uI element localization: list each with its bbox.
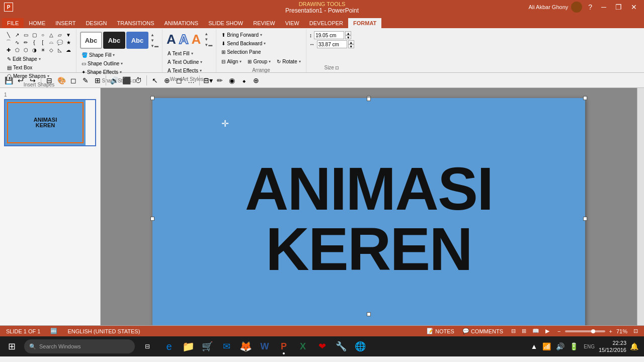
right-scrollbar[interactable]: [637, 88, 644, 325]
text-effects-button[interactable]: A Text Effects ▾: [166, 67, 213, 74]
width-spin-down[interactable]: ▼: [348, 44, 354, 48]
tab-slideshow[interactable]: SLIDE SHOW: [203, 18, 248, 28]
shape-fill-button[interactable]: 🪣 Shape Fill ▾: [79, 51, 159, 59]
shape-button[interactable]: ◻: [68, 75, 79, 86]
group-button[interactable]: ⊞ Group ▾: [246, 58, 273, 65]
language-status[interactable]: ENGLISH (UNITED STATES): [65, 328, 142, 334]
height-spin-down[interactable]: ▼: [345, 35, 351, 39]
wordart-scroll-down[interactable]: ▼: [204, 37, 213, 42]
taskbar-search[interactable]: 🔍 Search Windows: [24, 339, 135, 353]
edit-shape-button[interactable]: ✎ Edit Shape ▾: [5, 55, 73, 63]
shape-cross[interactable]: ✚: [5, 46, 12, 53]
tab-home[interactable]: HOME: [24, 18, 50, 28]
shape-cloud[interactable]: ☁: [65, 46, 72, 53]
height-spin-up[interactable]: ▲: [345, 31, 351, 35]
shape-star[interactable]: ★: [65, 39, 72, 46]
quick-styles-button[interactable]: 🎨: [56, 75, 67, 86]
selection-button[interactable]: ◻: [174, 75, 185, 86]
tab-review[interactable]: REVIEW: [248, 18, 280, 28]
zoom-button[interactable]: ⊕: [162, 75, 173, 86]
shape-circle[interactable]: ○: [39, 31, 46, 38]
shape-line[interactable]: ╲: [5, 31, 12, 38]
text-outline-button[interactable]: A Text Outline ▾: [166, 58, 213, 66]
shape-freeform[interactable]: ✏: [22, 39, 29, 46]
tab-developer[interactable]: DEVELOPER: [304, 18, 348, 28]
connector-button[interactable]: ⬥: [238, 75, 250, 86]
help-button[interactable]: ?: [585, 2, 595, 12]
save-button[interactable]: 💾: [3, 75, 14, 86]
zoom-slider[interactable]: [565, 330, 605, 332]
taskbar-store[interactable]: 🛒: [198, 337, 216, 355]
slide-canvas[interactable]: ANIMASI KEREN: [152, 98, 585, 325]
height-input[interactable]: [314, 31, 344, 39]
style-scroll-down[interactable]: ▼: [150, 38, 159, 43]
shape-bezier[interactable]: ∿: [14, 39, 21, 46]
align-button[interactable]: ⊟ Align ▾: [219, 58, 244, 65]
wordart-a-outline[interactable]: A: [178, 32, 190, 47]
screen-button[interactable]: ⬛: [121, 75, 132, 86]
taskbar-app9[interactable]: ❤: [313, 337, 331, 355]
shape-pentagon[interactable]: ⬠: [14, 46, 21, 53]
taskbar-app10[interactable]: 🔧: [332, 337, 350, 355]
width-input[interactable]: [317, 40, 347, 48]
task-view-button[interactable]: ⊟: [138, 337, 157, 356]
spell-check-icon[interactable]: 🔤: [48, 328, 59, 334]
zoom-in-button[interactable]: +: [607, 328, 614, 334]
wordart-a-plain[interactable]: A: [166, 32, 177, 47]
tab-file[interactable]: FILE: [2, 18, 24, 28]
notes-button[interactable]: 📝 NOTES: [425, 328, 456, 334]
draw-button[interactable]: ✏: [214, 75, 225, 86]
format-button[interactable]: ✎: [80, 75, 91, 86]
taskbar-explorer[interactable]: 📁: [179, 337, 197, 355]
slide-sorter-button[interactable]: ⊞: [520, 328, 528, 334]
undo-button[interactable]: ↩: [15, 75, 26, 86]
shape-tri[interactable]: △: [48, 31, 55, 38]
wordart-a-colored[interactable]: A: [190, 32, 202, 47]
text-box-button[interactable]: ▤ Text Box: [5, 64, 73, 71]
selection-pane-button[interactable]: ⊞ Selection Pane: [219, 48, 303, 56]
handle-bottom-center[interactable]: [367, 312, 371, 316]
slide-thumbnail[interactable]: ANIMASI KEREN: [4, 99, 96, 146]
timer-button[interactable]: ⏱: [133, 75, 144, 86]
taskbar-edge[interactable]: e: [160, 337, 178, 355]
slide-main-text[interactable]: ANIMASI KEREN: [152, 158, 585, 279]
size-expand[interactable]: ⊡: [335, 65, 339, 70]
handle-top-left[interactable]: [150, 96, 154, 100]
tab-view[interactable]: VIEW: [280, 18, 304, 28]
shape-brace[interactable]: {: [31, 39, 38, 46]
shape-outline-button[interactable]: ▭ Shape Outline ▾: [79, 60, 159, 67]
slideshow-view-button[interactable]: ▶: [543, 328, 551, 334]
tab-animations[interactable]: ANIMATIONS: [159, 18, 204, 28]
more2-button[interactable]: ⊕: [251, 75, 262, 86]
style-swatch-1[interactable]: Abc: [80, 32, 102, 49]
style-expand[interactable]: ▼▬: [150, 43, 159, 49]
shape-sun[interactable]: ☀: [39, 46, 46, 53]
style-swatch-3[interactable]: Abc: [126, 32, 148, 49]
text-fill-button[interactable]: A Text Fill ▾: [166, 50, 213, 57]
sys-network-icon[interactable]: 📶: [541, 342, 552, 350]
wordart-expand[interactable]: ▼▬: [204, 42, 213, 48]
shape-arrow[interactable]: ↗: [14, 31, 21, 38]
redo-button[interactable]: ↪: [27, 75, 38, 86]
erase-button[interactable]: ◉: [226, 75, 237, 86]
volume-button[interactable]: 🔊: [109, 75, 120, 86]
tab-format[interactable]: FORMAT: [348, 18, 381, 28]
shape-round-rect[interactable]: ▢: [31, 31, 38, 38]
taskbar-word[interactable]: W: [256, 337, 274, 355]
width-spin-up[interactable]: ▲: [348, 40, 354, 44]
bring-forward-button[interactable]: ⬆ Bring Forward ▾: [219, 31, 303, 39]
notification-icon[interactable]: 🔔: [628, 342, 640, 350]
clock[interactable]: 22:23 15/12/2016: [599, 339, 626, 354]
taskbar-firefox[interactable]: 🦊: [236, 337, 255, 355]
style-scroll-up[interactable]: ▲: [150, 32, 159, 38]
style-swatch-2[interactable]: Abc: [103, 32, 125, 49]
snap-dropdown[interactable]: ⊟▾: [202, 75, 213, 86]
send-backward-button[interactable]: ⬇ Send Backward ▾: [219, 40, 303, 47]
shape-hex[interactable]: ⬡: [22, 46, 29, 53]
minimize-button[interactable]: ─: [598, 2, 609, 12]
more-button[interactable]: …: [186, 75, 197, 86]
handle-top-right[interactable]: [583, 96, 587, 100]
tab-insert[interactable]: INSERT: [50, 18, 80, 28]
taskbar-mail[interactable]: ✉: [217, 337, 235, 355]
pointer-button[interactable]: ↖: [149, 75, 160, 86]
